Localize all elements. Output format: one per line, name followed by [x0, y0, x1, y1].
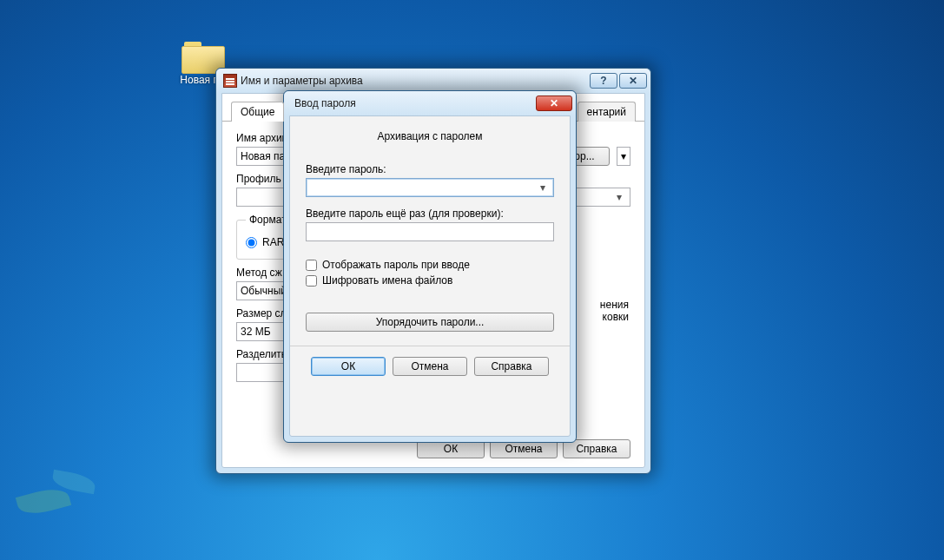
separator	[290, 346, 570, 346]
password-input[interactable]: ▾	[306, 178, 554, 197]
folder-icon	[182, 39, 223, 70]
organize-passwords-button[interactable]: Упорядочить пароли...	[306, 313, 554, 332]
password-confirm-input[interactable]	[306, 222, 554, 241]
chevron-down-icon: ▾	[612, 191, 626, 203]
close-button[interactable]: ✕	[619, 73, 647, 89]
show-password-checkbox[interactable]: Отображать пароль при вводе	[306, 259, 554, 271]
encrypt-names-checkbox[interactable]: Шифровать имена файлов	[306, 274, 554, 287]
tab-general[interactable]: Общие	[231, 102, 284, 122]
pass-heading: Архивация с паролем	[306, 130, 554, 142]
main-window-title: Имя и параметры архива	[241, 75, 590, 87]
decor-leaves	[17, 473, 122, 534]
checkbox-input[interactable]	[306, 275, 317, 287]
app-icon	[223, 74, 237, 88]
tab-comment[interactable]: ентарий	[578, 102, 636, 122]
format-rar-radio[interactable]: RAR	[246, 236, 284, 248]
pass-cancel-button[interactable]: Отмена	[393, 357, 467, 376]
pass-ok-button[interactable]: ОК	[311, 357, 386, 376]
checkbox-input[interactable]	[306, 260, 317, 271]
radio-input[interactable]	[246, 237, 257, 248]
main-titlebar[interactable]: Имя и параметры архива ? ✕	[216, 69, 650, 93]
enter-password-label: Введите пароль:	[306, 163, 554, 175]
pass-window-title: Ввод пароля	[294, 97, 536, 109]
password-window: Ввод пароля ✕ Архивация с паролем Введит…	[283, 90, 577, 443]
pass-help-button[interactable]: Справка	[474, 357, 549, 376]
archive-name-dropdown[interactable]: ▾	[617, 147, 630, 166]
chevron-down-icon: ▾	[536, 181, 550, 194]
help-button[interactable]: ?	[590, 73, 617, 89]
reenter-password-label: Введите пароль ещё раз (для проверки):	[306, 208, 554, 220]
pass-titlebar[interactable]: Ввод пароля ✕	[284, 91, 576, 115]
pass-close-button[interactable]: ✕	[536, 96, 572, 111]
